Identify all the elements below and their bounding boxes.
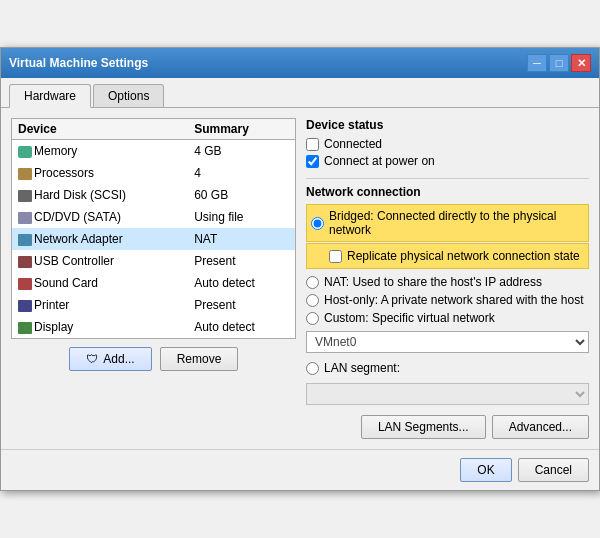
window-title: Virtual Machine Settings (9, 56, 148, 70)
summary-column-header: Summary (188, 119, 295, 140)
lan-segment-row: LAN segment: (306, 361, 589, 375)
memory-icon (18, 146, 32, 158)
lan-segment-radio[interactable] (306, 362, 319, 375)
replicate-container: Replicate physical network connection st… (306, 243, 589, 269)
custom-radio-row: Custom: Specific virtual network (306, 309, 589, 327)
bridged-radio[interactable] (311, 217, 324, 230)
vmnet-select[interactable]: VMnet0 VMnet1 VMnet2 (306, 331, 589, 353)
connect-power-row: Connect at power on (306, 154, 589, 168)
hostonly-radio-row: Host-only: A private network shared with… (306, 291, 589, 309)
display-icon (18, 322, 32, 334)
processor-icon (18, 168, 32, 180)
nat-label: NAT: Used to share the host's IP address (324, 275, 542, 289)
add-button[interactable]: 🛡 Add... (69, 347, 152, 371)
replicate-checkbox[interactable] (329, 250, 342, 263)
table-row[interactable]: Network Adapter NAT (12, 228, 296, 250)
table-row[interactable]: Processors 4 (12, 162, 296, 184)
table-header: Device Summary (12, 119, 296, 140)
lan-segment-select[interactable] (306, 383, 589, 405)
virtual-machine-settings-window: Virtual Machine Settings ─ □ ✕ Hardware … (0, 47, 600, 491)
bridged-option-container: Bridged: Connected directly to the physi… (306, 204, 589, 242)
custom-radio[interactable] (306, 312, 319, 325)
connected-label: Connected (324, 137, 382, 151)
device-status-label: Device status (306, 118, 589, 132)
left-panel: Device Summary Memory 4 GB Processors 4 (11, 118, 296, 439)
table-row[interactable]: Display Auto detect (12, 316, 296, 339)
close-button[interactable]: ✕ (571, 54, 591, 72)
network-section: Network connection Bridged: Connected di… (306, 185, 589, 439)
connected-checkbox[interactable] (306, 138, 319, 151)
cancel-button[interactable]: Cancel (518, 458, 589, 482)
connect-power-label: Connect at power on (324, 154, 435, 168)
ok-button[interactable]: OK (460, 458, 511, 482)
minimize-button[interactable]: ─ (527, 54, 547, 72)
bottom-buttons: OK Cancel (1, 449, 599, 490)
replicate-label: Replicate physical network connection st… (347, 249, 580, 263)
custom-label: Custom: Specific virtual network (324, 311, 495, 325)
network-connection-label: Network connection (306, 185, 589, 199)
printer-icon (18, 300, 32, 312)
table-row[interactable]: Printer Present (12, 294, 296, 316)
nat-radio[interactable] (306, 276, 319, 289)
hostonly-label: Host-only: A private network shared with… (324, 293, 583, 307)
connect-power-checkbox[interactable] (306, 155, 319, 168)
title-bar: Virtual Machine Settings ─ □ ✕ (1, 48, 599, 78)
usb-icon (18, 256, 32, 268)
table-row[interactable]: CD/DVD (SATA) Using file (12, 206, 296, 228)
table-row[interactable]: Sound Card Auto detect (12, 272, 296, 294)
tab-options[interactable]: Options (93, 84, 164, 107)
bridged-radio-row: Bridged: Connected directly to the physi… (311, 207, 584, 239)
device-table: Device Summary Memory 4 GB Processors 4 (11, 118, 296, 339)
sound-icon (18, 278, 32, 290)
maximize-button[interactable]: □ (549, 54, 569, 72)
remove-button[interactable]: Remove (160, 347, 239, 371)
table-row[interactable]: Hard Disk (SCSI) 60 GB (12, 184, 296, 206)
harddisk-icon (18, 190, 32, 202)
lan-segments-button[interactable]: LAN Segments... (361, 415, 486, 439)
lan-segment-label: LAN segment: (324, 361, 400, 375)
hostonly-radio[interactable] (306, 294, 319, 307)
cdrom-icon (18, 212, 32, 224)
left-action-buttons: 🛡 Add... Remove (11, 347, 296, 371)
advanced-button[interactable]: Advanced... (492, 415, 589, 439)
right-panel: Device status Connected Connect at power… (306, 118, 589, 439)
title-bar-buttons: ─ □ ✕ (527, 54, 591, 72)
table-row[interactable]: Memory 4 GB (12, 140, 296, 163)
network-icon (18, 234, 32, 246)
table-row[interactable]: USB Controller Present (12, 250, 296, 272)
device-column-header: Device (12, 119, 189, 140)
tab-bar: Hardware Options (1, 78, 599, 108)
replicate-row: Replicate physical network connection st… (329, 249, 584, 263)
action-buttons-row: LAN Segments... Advanced... (306, 415, 589, 439)
divider (306, 178, 589, 179)
add-icon: 🛡 (86, 352, 98, 366)
connected-row: Connected (306, 137, 589, 151)
nat-radio-row: NAT: Used to share the host's IP address (306, 273, 589, 291)
device-status-section: Device status Connected Connect at power… (306, 118, 589, 168)
tab-hardware[interactable]: Hardware (9, 84, 91, 108)
bridged-label: Bridged: Connected directly to the physi… (329, 209, 584, 237)
main-content: Device Summary Memory 4 GB Processors 4 (1, 108, 599, 449)
